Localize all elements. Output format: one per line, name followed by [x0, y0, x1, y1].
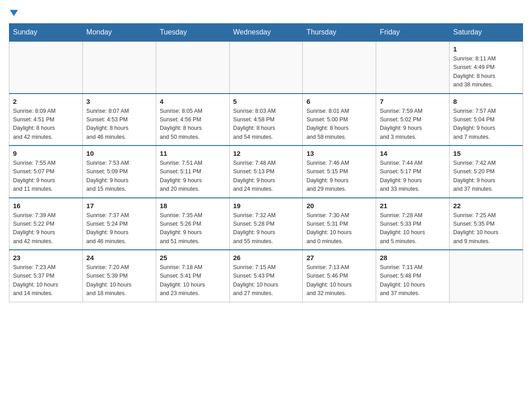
- day-number: 16: [13, 202, 79, 210]
- day-info: Sunrise: 7:18 AMSunset: 5:41 PMDaylight:…: [160, 263, 226, 298]
- day-number: 8: [453, 98, 519, 105]
- logo: [9, 9, 18, 16]
- day-number: 19: [233, 202, 299, 210]
- day-number: 26: [233, 254, 299, 261]
- day-cell: [450, 250, 523, 302]
- day-number: 25: [160, 254, 226, 261]
- day-cell: 18Sunrise: 7:35 AMSunset: 5:26 PMDayligh…: [156, 198, 229, 250]
- day-number: 24: [86, 254, 152, 261]
- day-cell: 3Sunrise: 8:07 AMSunset: 4:53 PMDaylight…: [82, 94, 156, 146]
- page-header: [9, 9, 523, 16]
- day-number: 27: [306, 254, 372, 261]
- day-cell: 19Sunrise: 7:32 AMSunset: 5:28 PMDayligh…: [229, 198, 303, 250]
- day-cell: 9Sunrise: 7:55 AMSunset: 5:07 PMDaylight…: [9, 146, 83, 198]
- day-info: Sunrise: 7:55 AMSunset: 5:07 PMDaylight:…: [13, 159, 79, 194]
- day-cell: 7Sunrise: 7:59 AMSunset: 5:02 PMDaylight…: [376, 94, 450, 146]
- day-number: 3: [86, 98, 152, 105]
- day-cell: 8Sunrise: 7:57 AMSunset: 5:04 PMDaylight…: [450, 94, 523, 146]
- week-row-4: 16Sunrise: 7:39 AMSunset: 5:22 PMDayligh…: [9, 198, 523, 250]
- day-info: Sunrise: 7:42 AMSunset: 5:20 PMDaylight:…: [453, 159, 519, 194]
- day-number: 12: [233, 150, 299, 157]
- day-number: 28: [380, 254, 446, 261]
- day-info: Sunrise: 7:23 AMSunset: 5:37 PMDaylight:…: [13, 263, 79, 298]
- day-cell: 5Sunrise: 8:03 AMSunset: 4:58 PMDaylight…: [229, 94, 303, 146]
- day-info: Sunrise: 8:09 AMSunset: 4:51 PMDaylight:…: [13, 107, 79, 142]
- day-number: 14: [380, 150, 446, 157]
- day-info: Sunrise: 7:15 AMSunset: 5:43 PMDaylight:…: [233, 263, 299, 298]
- day-cell: 17Sunrise: 7:37 AMSunset: 5:24 PMDayligh…: [82, 198, 156, 250]
- day-number: 17: [86, 202, 152, 210]
- day-info: Sunrise: 7:59 AMSunset: 5:02 PMDaylight:…: [380, 107, 446, 142]
- day-info: Sunrise: 7:39 AMSunset: 5:22 PMDaylight:…: [13, 211, 79, 246]
- day-cell: [376, 41, 450, 94]
- day-info: Sunrise: 8:01 AMSunset: 5:00 PMDaylight:…: [306, 107, 372, 142]
- day-info: Sunrise: 8:03 AMSunset: 4:58 PMDaylight:…: [233, 107, 299, 142]
- week-row-3: 9Sunrise: 7:55 AMSunset: 5:07 PMDaylight…: [9, 146, 523, 198]
- weekday-header-wednesday: Wednesday: [229, 24, 303, 42]
- day-cell: 21Sunrise: 7:28 AMSunset: 5:33 PMDayligh…: [376, 198, 450, 250]
- day-cell: 20Sunrise: 7:30 AMSunset: 5:31 PMDayligh…: [303, 198, 376, 250]
- weekday-header-saturday: Saturday: [450, 24, 523, 42]
- day-info: Sunrise: 8:05 AMSunset: 4:56 PMDaylight:…: [160, 107, 226, 142]
- day-info: Sunrise: 7:25 AMSunset: 5:35 PMDaylight:…: [453, 211, 519, 246]
- day-info: Sunrise: 7:13 AMSunset: 5:46 PMDaylight:…: [306, 263, 372, 298]
- day-number: 15: [453, 150, 519, 157]
- day-cell: 27Sunrise: 7:13 AMSunset: 5:46 PMDayligh…: [303, 250, 376, 302]
- calendar-table: SundayMondayTuesdayWednesdayThursdayFrid…: [9, 23, 523, 302]
- day-cell: 24Sunrise: 7:20 AMSunset: 5:39 PMDayligh…: [82, 250, 156, 302]
- day-cell: 10Sunrise: 7:53 AMSunset: 5:09 PMDayligh…: [82, 146, 156, 198]
- day-info: Sunrise: 7:46 AMSunset: 5:15 PMDaylight:…: [306, 159, 372, 194]
- day-cell: 4Sunrise: 8:05 AMSunset: 4:56 PMDaylight…: [156, 94, 229, 146]
- day-number: 13: [306, 150, 372, 157]
- week-row-2: 2Sunrise: 8:09 AMSunset: 4:51 PMDaylight…: [9, 94, 523, 146]
- weekday-header-thursday: Thursday: [303, 24, 376, 42]
- day-info: Sunrise: 7:57 AMSunset: 5:04 PMDaylight:…: [453, 107, 519, 142]
- day-info: Sunrise: 7:53 AMSunset: 5:09 PMDaylight:…: [86, 159, 152, 194]
- weekday-header-tuesday: Tuesday: [156, 24, 229, 42]
- day-cell: 12Sunrise: 7:48 AMSunset: 5:13 PMDayligh…: [229, 146, 303, 198]
- day-cell: 23Sunrise: 7:23 AMSunset: 5:37 PMDayligh…: [9, 250, 83, 302]
- logo-triangle-icon: [10, 10, 18, 16]
- day-info: Sunrise: 8:07 AMSunset: 4:53 PMDaylight:…: [86, 107, 152, 142]
- day-number: 23: [13, 254, 79, 261]
- day-cell: 16Sunrise: 7:39 AMSunset: 5:22 PMDayligh…: [9, 198, 83, 250]
- day-cell: 25Sunrise: 7:18 AMSunset: 5:41 PMDayligh…: [156, 250, 229, 302]
- day-cell: 6Sunrise: 8:01 AMSunset: 5:00 PMDaylight…: [303, 94, 376, 146]
- day-cell: 28Sunrise: 7:11 AMSunset: 5:48 PMDayligh…: [376, 250, 450, 302]
- day-number: 10: [86, 150, 152, 157]
- day-cell: [303, 41, 376, 94]
- day-cell: [82, 41, 156, 94]
- day-cell: 22Sunrise: 7:25 AMSunset: 5:35 PMDayligh…: [450, 198, 523, 250]
- day-number: 21: [380, 202, 446, 210]
- day-number: 1: [453, 45, 519, 53]
- day-info: Sunrise: 7:51 AMSunset: 5:11 PMDaylight:…: [160, 159, 226, 194]
- day-number: 4: [160, 98, 226, 105]
- day-info: Sunrise: 7:44 AMSunset: 5:17 PMDaylight:…: [380, 159, 446, 194]
- week-row-1: 1Sunrise: 8:11 AMSunset: 4:49 PMDaylight…: [9, 41, 523, 94]
- day-number: 6: [306, 98, 372, 105]
- day-cell: 15Sunrise: 7:42 AMSunset: 5:20 PMDayligh…: [450, 146, 523, 198]
- day-number: 11: [160, 150, 226, 157]
- day-cell: [9, 41, 83, 94]
- day-number: 7: [380, 98, 446, 105]
- day-number: 20: [306, 202, 372, 210]
- day-cell: 14Sunrise: 7:44 AMSunset: 5:17 PMDayligh…: [376, 146, 450, 198]
- day-info: Sunrise: 7:32 AMSunset: 5:28 PMDaylight:…: [233, 211, 299, 246]
- day-info: Sunrise: 7:20 AMSunset: 5:39 PMDaylight:…: [86, 263, 152, 298]
- day-info: Sunrise: 7:48 AMSunset: 5:13 PMDaylight:…: [233, 159, 299, 194]
- svg-marker-0: [10, 10, 18, 16]
- day-cell: 11Sunrise: 7:51 AMSunset: 5:11 PMDayligh…: [156, 146, 229, 198]
- day-cell: 1Sunrise: 8:11 AMSunset: 4:49 PMDaylight…: [450, 41, 523, 94]
- weekday-header-friday: Friday: [376, 24, 450, 42]
- day-cell: [229, 41, 303, 94]
- day-cell: 26Sunrise: 7:15 AMSunset: 5:43 PMDayligh…: [229, 250, 303, 302]
- week-row-5: 23Sunrise: 7:23 AMSunset: 5:37 PMDayligh…: [9, 250, 523, 302]
- day-number: 5: [233, 98, 299, 105]
- day-info: Sunrise: 7:35 AMSunset: 5:26 PMDaylight:…: [160, 211, 226, 246]
- day-info: Sunrise: 7:28 AMSunset: 5:33 PMDaylight:…: [380, 211, 446, 246]
- day-info: Sunrise: 7:11 AMSunset: 5:48 PMDaylight:…: [380, 263, 446, 298]
- day-number: 2: [13, 98, 79, 105]
- day-cell: 13Sunrise: 7:46 AMSunset: 5:15 PMDayligh…: [303, 146, 376, 198]
- day-number: 9: [13, 150, 79, 157]
- day-number: 18: [160, 202, 226, 210]
